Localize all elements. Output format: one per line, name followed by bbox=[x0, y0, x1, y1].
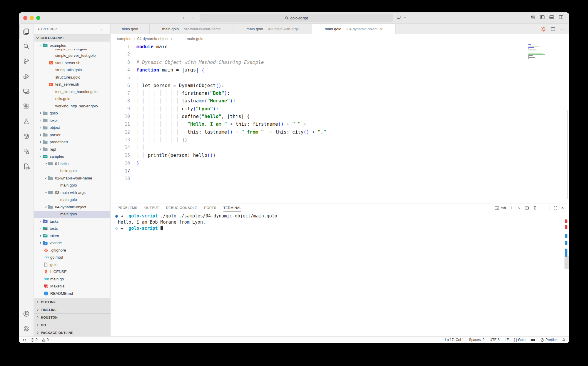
tree-folder-repl[interactable]: repl bbox=[34, 146, 110, 153]
status-item-right-0[interactable]: Ln 17, Col 1 bbox=[445, 338, 464, 342]
toggle-panel-icon[interactable] bbox=[549, 14, 554, 20]
status-item-right-5[interactable] bbox=[530, 338, 535, 342]
chevron-down-icon[interactable] bbox=[403, 16, 406, 19]
code-line-4[interactable]: 4function main = |args| { bbox=[111, 66, 569, 74]
tree-file-.gitignore[interactable]: .gitignore bbox=[34, 247, 110, 254]
tree-folder-tests[interactable]: tests bbox=[34, 225, 110, 232]
launch-profile-chevron-icon[interactable] bbox=[517, 206, 521, 210]
tree-folder-samples[interactable]: samples bbox=[34, 153, 110, 160]
new-terminal-icon[interactable] bbox=[510, 206, 514, 210]
code-line-1[interactable]: 1module main bbox=[111, 43, 569, 51]
sidebar-panel-houston[interactable]: HOUSTON bbox=[34, 313, 110, 321]
tree-file-go.mod[interactable]: :GOgo.mod bbox=[34, 254, 110, 261]
status-item-right-7[interactable] bbox=[562, 338, 566, 342]
tree-file-hello.golo[interactable]: hello.golo bbox=[34, 167, 110, 175]
sidebar-panel-timeline[interactable]: TIMELINE bbox=[34, 306, 110, 313]
code-line-17[interactable]: 17 bbox=[111, 167, 569, 175]
code-line-3[interactable]: 3# Dynamic Object with Method Chaining E… bbox=[111, 59, 569, 66]
code-editor[interactable]: 1module main23# Dynamic Object with Meth… bbox=[111, 43, 569, 204]
tree-file-working-http-server.golo[interactable]: working_http_server.golo bbox=[34, 102, 110, 110]
code-line-5[interactable]: 5│ bbox=[111, 74, 569, 81]
tree-folder-parser[interactable]: parser bbox=[34, 131, 110, 139]
status-item-left-2[interactable]: 0 bbox=[42, 338, 49, 342]
code-line-7[interactable]: 7│ │ │ │ │ │ │ │ firstname("Bob"): bbox=[111, 89, 569, 97]
tree-folder-object[interactable]: object bbox=[34, 124, 110, 132]
toggle-secondary-sidebar-icon[interactable] bbox=[558, 14, 564, 20]
activity-item-containers[interactable] bbox=[19, 129, 34, 144]
code-line-16[interactable]: 16} bbox=[111, 159, 569, 167]
activity-item-source-control[interactable] bbox=[19, 54, 34, 69]
tree-folder-02-what-is-your-name[interactable]: 02-what-is-your-name bbox=[34, 174, 110, 182]
activity-item-search[interactable] bbox=[19, 39, 34, 54]
tree-file-structures.golo[interactable]: structures.golo bbox=[34, 74, 110, 81]
tree-folder-lexer[interactable]: lexer bbox=[34, 117, 110, 124]
close-window-button[interactable] bbox=[23, 16, 27, 20]
tab-03-main-with-args[interactable]: main.golo.../03-main-with-args bbox=[233, 24, 312, 34]
minimap[interactable] bbox=[528, 44, 550, 61]
sidebar-panel-go[interactable]: GO bbox=[34, 321, 110, 329]
tree-file-test-server.sh[interactable]: test_server.sh bbox=[34, 81, 110, 88]
tree-folder-examples[interactable]: examples bbox=[34, 42, 110, 49]
tree-file-readme.md[interactable]: README.md bbox=[34, 290, 110, 297]
status-item-right-1[interactable]: Spaces: 2 bbox=[469, 338, 485, 342]
code-line-11[interactable]: 11│ │ │ │ │ │ │ │ "Hello, I am " + this:… bbox=[111, 120, 569, 128]
tree-file-main.golo[interactable]: main.golo bbox=[34, 211, 110, 218]
activity-item-extensions[interactable] bbox=[19, 99, 34, 114]
navigate-back-button[interactable]: ← bbox=[181, 14, 188, 20]
tree-folder-golib[interactable]: golib bbox=[34, 110, 110, 117]
status-item-right-6[interactable]: Prettier bbox=[540, 338, 557, 342]
editor-scrollbar[interactable] bbox=[567, 110, 568, 199]
activity-item-run-debug[interactable] bbox=[19, 69, 34, 84]
run-golo-icon[interactable] bbox=[540, 26, 546, 32]
split-editor-icon[interactable] bbox=[550, 26, 556, 32]
copilot-chat-icon[interactable] bbox=[396, 15, 402, 20]
close-tab-icon[interactable]: × bbox=[380, 26, 383, 31]
panel-more-actions-icon[interactable]: ⋯ bbox=[541, 205, 545, 211]
tree-folder-tasks[interactable]: tasks bbox=[34, 218, 110, 225]
maximize-panel-icon[interactable] bbox=[553, 206, 558, 210]
tree-file-start-server.sh[interactable]: start_server.sh bbox=[34, 59, 110, 66]
activity-item-settings[interactable] bbox=[19, 321, 34, 336]
tree-folder-01-hello[interactable]: 01-hello bbox=[34, 160, 110, 167]
code-line-8[interactable]: 8│ │ │ │ │ │ │ │ lastname("Morane"): bbox=[111, 97, 569, 105]
sidebar-panel-package-outline[interactable]: PACKAGE OUTLINE bbox=[34, 329, 110, 336]
tree-file-utils.golo[interactable]: utils.golo bbox=[34, 95, 110, 103]
tree-folder-predefined[interactable]: predefined bbox=[34, 139, 110, 146]
activity-item-references[interactable] bbox=[19, 144, 34, 159]
breadcrumb-item[interactable]: main.golo bbox=[187, 36, 203, 41]
code-line-13[interactable]: 13│ │ │ │ │ │ │ │ }) bbox=[111, 136, 569, 144]
panel-tab-problems[interactable]: PROBLEMS bbox=[118, 204, 137, 212]
activity-item-testing[interactable] bbox=[19, 114, 34, 129]
tree-folder-03-main-with-args[interactable]: 03-main-with-args bbox=[34, 189, 110, 196]
status-item-right-4[interactable]: { } Golo bbox=[514, 338, 525, 342]
tree-file-golo[interactable]: golo bbox=[34, 261, 110, 268]
status-item-left-0[interactable] bbox=[22, 338, 26, 342]
tree-file-license[interactable]: LICENSE bbox=[34, 268, 110, 276]
panel-tab-output[interactable]: OUTPUT bbox=[144, 204, 159, 212]
command-center-search[interactable]: golo-script bbox=[200, 14, 393, 22]
activity-item-explorer[interactable] bbox=[19, 24, 34, 39]
tree-file-test-simple-handler.golo[interactable]: test_simple_handler.golo bbox=[34, 88, 110, 95]
panel-tab-terminal[interactable]: TERMINAL bbox=[223, 204, 241, 212]
code-line-15[interactable]: 15│ │ println(person: hello()) bbox=[111, 152, 569, 159]
panel-tab-debug-console[interactable]: DEBUG CONSOLE bbox=[166, 204, 197, 212]
code-line-2[interactable]: 2 bbox=[111, 51, 569, 58]
activity-item-account[interactable] bbox=[19, 306, 34, 321]
tab-hello.golo[interactable]: hello.golo bbox=[111, 24, 150, 34]
activity-item-remote-explorer[interactable] bbox=[19, 84, 34, 99]
terminal-scrollbar[interactable] bbox=[564, 256, 569, 269]
sidebar-panel-outline[interactable]: OUTLINE bbox=[34, 298, 110, 306]
more-actions-icon[interactable]: ⋯ bbox=[560, 26, 564, 32]
tab-04-dynamic-object[interactable]: main.golo.../04-dynamic-object× bbox=[312, 24, 396, 34]
terminal-shell-item[interactable]: zsh bbox=[495, 206, 506, 210]
toggle-primary-sidebar-icon[interactable] bbox=[539, 14, 545, 20]
tree-file-main.golo[interactable]: main.golo bbox=[34, 196, 110, 204]
status-item-right-3[interactable]: LF bbox=[505, 338, 509, 342]
split-terminal-icon[interactable] bbox=[524, 206, 529, 210]
tab-02-what-is-your-name[interactable]: main.golo.../02-what-is-your-name bbox=[150, 24, 233, 34]
workspace-section-header[interactable]: GOLO-SCRIPT bbox=[34, 34, 110, 42]
status-item-right-2[interactable]: UTF-8 bbox=[490, 338, 500, 342]
tree-folder-04-dynamic-object[interactable]: 04-dynamic-object bbox=[34, 203, 110, 211]
customize-layout-icon[interactable] bbox=[530, 14, 536, 20]
zoom-window-button[interactable] bbox=[36, 16, 40, 20]
